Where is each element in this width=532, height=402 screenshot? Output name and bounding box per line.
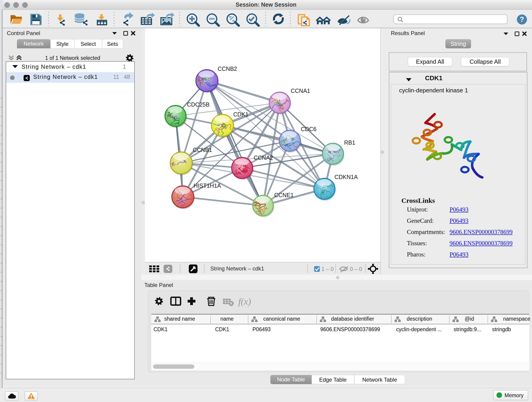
svg-text:CDC25B: CDC25B (187, 101, 210, 108)
svg-text:f(x): f(x) (238, 296, 251, 307)
svg-text:CDK1: CDK1 (233, 111, 249, 118)
svg-text:CCNE1: CCNE1 (274, 192, 294, 198)
svg-text:CDKN1A: CDKN1A (335, 174, 358, 180)
svg-text:HIST1H1A: HIST1H1A (194, 182, 221, 189)
svg-text:CDC6: CDC6 (301, 126, 317, 132)
svg-text:RB1: RB1 (344, 139, 355, 146)
svg-text:CCNA1: CCNA1 (291, 88, 310, 94)
svg-text:CCNA2: CCNA2 (254, 154, 273, 161)
svg-text:CCNB2: CCNB2 (218, 65, 237, 72)
svg-text:CCNB1: CCNB1 (193, 147, 212, 153)
